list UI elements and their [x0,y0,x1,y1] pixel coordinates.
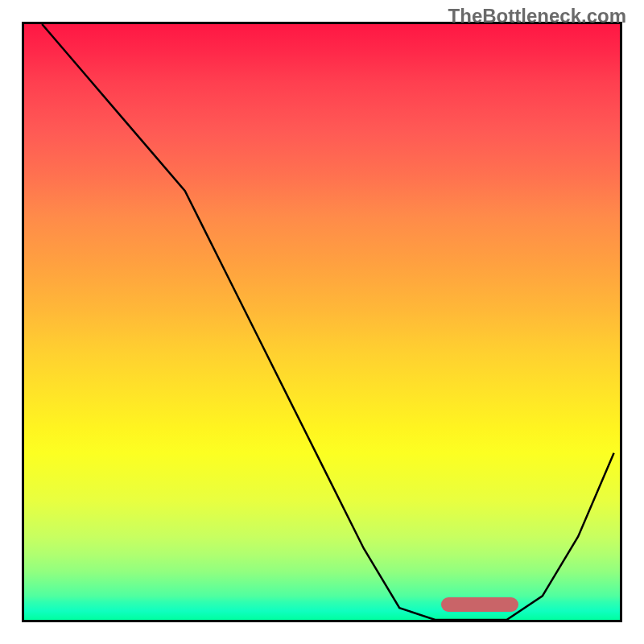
bottleneck-chart: TheBottleneck.com [0,0,644,644]
watermark-text: TheBottleneck.com [448,5,626,27]
optimal-range-marker [441,597,518,612]
plot-area [22,22,622,622]
curve-line [24,24,620,620]
